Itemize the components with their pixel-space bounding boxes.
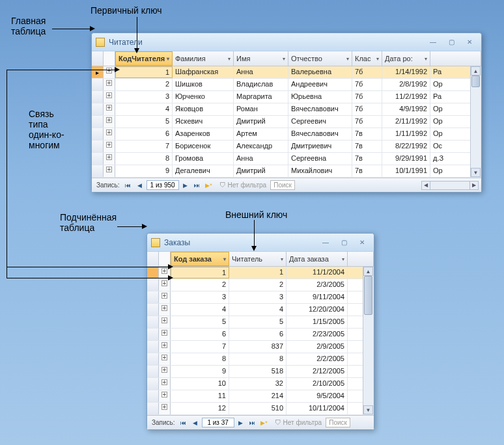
cell-id[interactable]: 3 bbox=[115, 91, 173, 103]
table-row[interactable]: +551/15/2005 bbox=[147, 316, 374, 329]
close-button[interactable]: ✕ bbox=[354, 237, 370, 248]
cell-middlename[interactable]: Сергеевич bbox=[288, 116, 352, 128]
cell-date[interactable]: 2/9/2005 bbox=[287, 341, 348, 353]
cell-firstname[interactable]: Дмитрий bbox=[234, 116, 288, 128]
cell-middlename[interactable]: Вячеславович bbox=[288, 128, 352, 140]
cell-middlename[interactable]: Сергеевна bbox=[288, 153, 352, 165]
scroll-up-button[interactable]: ▲ bbox=[363, 267, 373, 276]
search-input[interactable]: Поиск bbox=[270, 180, 295, 190]
cell-reader[interactable]: 214 bbox=[229, 390, 287, 402]
table-row[interactable]: +1251010/11/2004 bbox=[147, 403, 374, 415]
cell-lastname[interactable]: Громова bbox=[173, 153, 234, 165]
expand-button[interactable]: + bbox=[104, 165, 115, 177]
table-row[interactable]: +2ШишковВладиславАндреевич7б2/8/1992Ор bbox=[92, 79, 481, 91]
cell-class[interactable]: 7б bbox=[352, 79, 382, 90]
titlebar[interactable]: Заказы — ▢ ✕ bbox=[147, 234, 374, 252]
cell-class[interactable]: 7в bbox=[352, 141, 382, 152]
cell-date[interactable]: 12/20/2004 bbox=[287, 304, 348, 316]
cell-reader[interactable]: 2 bbox=[229, 279, 287, 291]
cell-middlename[interactable]: Михайлович bbox=[288, 165, 352, 177]
row-header[interactable] bbox=[92, 165, 104, 177]
cell-id[interactable]: 2 bbox=[115, 79, 173, 90]
vertical-scrollbar[interactable]: ▲ ▼ bbox=[470, 66, 481, 177]
cell-order-id[interactable]: 4 bbox=[171, 304, 229, 316]
cell-order-id[interactable]: 11 bbox=[171, 390, 229, 402]
cell-class[interactable]: 7в bbox=[352, 153, 382, 165]
cell-firstname[interactable]: Артем bbox=[234, 128, 288, 140]
table-row[interactable]: +3ЮрченкоМаргаритаЮрьевна7б11/2/1992Ра bbox=[92, 91, 481, 103]
table-row[interactable]: ▸+1ШафранскаяАннаВалерьевна7б1/14/1992Ра bbox=[92, 66, 481, 79]
cell-dob[interactable]: 2/11/1992 bbox=[382, 116, 430, 128]
maximize-button[interactable]: ▢ bbox=[443, 37, 459, 47]
cell-lastname[interactable]: Юрченко bbox=[173, 91, 234, 103]
expand-button[interactable]: + bbox=[159, 390, 171, 402]
expand-button[interactable]: + bbox=[159, 316, 171, 328]
maximize-button[interactable]: ▢ bbox=[336, 237, 352, 248]
cell-order-id[interactable]: 2 bbox=[171, 279, 229, 291]
expand-button[interactable]: + bbox=[159, 378, 171, 390]
row-header[interactable] bbox=[147, 378, 159, 390]
cell-dob[interactable]: 9/29/1991 bbox=[382, 153, 430, 165]
nav-first-button[interactable]: ⏮ bbox=[178, 418, 189, 428]
row-header[interactable] bbox=[147, 279, 159, 291]
table-row[interactable]: +6АзаренковАртемВячеславович7в1/11/1992О… bbox=[92, 128, 481, 141]
row-header[interactable] bbox=[147, 329, 159, 340]
expand-button[interactable]: + bbox=[159, 353, 171, 365]
expand-button[interactable]: + bbox=[104, 103, 115, 115]
select-all-corner[interactable] bbox=[147, 252, 159, 266]
select-all-corner[interactable] bbox=[92, 51, 104, 66]
row-header[interactable] bbox=[92, 128, 104, 140]
table-row[interactable]: +4412/20/2004 bbox=[147, 304, 374, 316]
vertical-scrollbar[interactable]: ▲ ▼ bbox=[363, 267, 373, 414]
cell-order-id[interactable]: 5 bbox=[171, 316, 229, 328]
cell-reader[interactable]: 1 bbox=[229, 267, 287, 278]
cell-date[interactable]: 2/12/2005 bbox=[287, 366, 348, 377]
cell-id[interactable]: 6 bbox=[115, 128, 173, 140]
cell-date[interactable]: 1/15/2005 bbox=[287, 316, 348, 328]
table-row[interactable]: +662/23/2005 bbox=[147, 329, 374, 341]
table-row[interactable]: +9ДегалевичДмитрийМихайлович7в10/1/1991О… bbox=[92, 165, 481, 178]
cell-dob[interactable]: 1/11/1992 bbox=[382, 128, 430, 140]
close-button[interactable]: ✕ bbox=[462, 37, 477, 47]
nav-new-button[interactable]: ▶* bbox=[259, 418, 270, 428]
cell-lastname[interactable]: Шафранская bbox=[173, 66, 234, 78]
cell-lastname[interactable]: Азаренков bbox=[173, 128, 234, 140]
cell-reader[interactable]: 8 bbox=[229, 353, 287, 365]
row-header[interactable] bbox=[147, 291, 159, 303]
dropdown-icon[interactable]: ▾ bbox=[167, 56, 169, 62]
cell-lastname[interactable]: Дегалевич bbox=[173, 165, 234, 177]
expand-button[interactable]: + bbox=[159, 366, 171, 377]
horizontal-scrollbar[interactable]: ◀ ▶ bbox=[421, 181, 479, 190]
cell-order-id[interactable]: 10 bbox=[171, 378, 229, 390]
cell-class[interactable]: 7в bbox=[352, 128, 382, 140]
expand-button[interactable]: + bbox=[159, 304, 171, 316]
cell-dob[interactable]: 10/1/1991 bbox=[382, 165, 430, 177]
expand-button[interactable]: + bbox=[159, 341, 171, 353]
expand-button[interactable]: + bbox=[159, 291, 171, 303]
column-header-firstname[interactable]: Имя▾ bbox=[234, 51, 288, 66]
cell-middlename[interactable]: Андреевич bbox=[288, 79, 352, 90]
nav-new-button[interactable]: ▶* bbox=[204, 180, 214, 191]
table-row[interactable]: +4ЯковцовРоманВячеславович7б4/9/1992Ор bbox=[92, 103, 481, 116]
cell-id[interactable]: 7 bbox=[115, 141, 173, 152]
cell-middlename[interactable]: Юрьевна bbox=[288, 91, 352, 103]
cell-firstname[interactable]: Роман bbox=[234, 103, 288, 115]
cell-date[interactable]: 2/2/2005 bbox=[287, 353, 348, 365]
cell-class[interactable]: 7б bbox=[352, 66, 382, 78]
cell-dob[interactable]: 11/2/1992 bbox=[382, 91, 430, 103]
cell-firstname[interactable]: Дмитрий bbox=[234, 165, 288, 177]
cell-firstname[interactable]: Маргарита bbox=[234, 91, 288, 103]
column-header-lastname[interactable]: Фамилия▾ bbox=[173, 51, 234, 66]
row-header[interactable] bbox=[92, 116, 104, 128]
nav-prev-button[interactable]: ◀ bbox=[190, 418, 201, 428]
row-header[interactable] bbox=[92, 103, 104, 115]
table-row[interactable]: +222/3/2005 bbox=[147, 279, 374, 291]
cell-reader[interactable]: 4 bbox=[229, 304, 287, 316]
cell-dob[interactable]: 4/9/1992 bbox=[382, 103, 430, 115]
table-row[interactable]: +5ЯскевичДмитрийСергеевич7б2/11/1992Ор bbox=[92, 116, 481, 128]
column-header-id[interactable]: КодЧитателя▾ bbox=[115, 51, 173, 66]
cell-date[interactable]: 11/1/2004 bbox=[287, 267, 348, 278]
column-header-dob[interactable]: Дата ро:▾ bbox=[382, 51, 430, 66]
nav-position-input[interactable] bbox=[202, 418, 234, 427]
cell-reader[interactable]: 32 bbox=[229, 378, 287, 390]
